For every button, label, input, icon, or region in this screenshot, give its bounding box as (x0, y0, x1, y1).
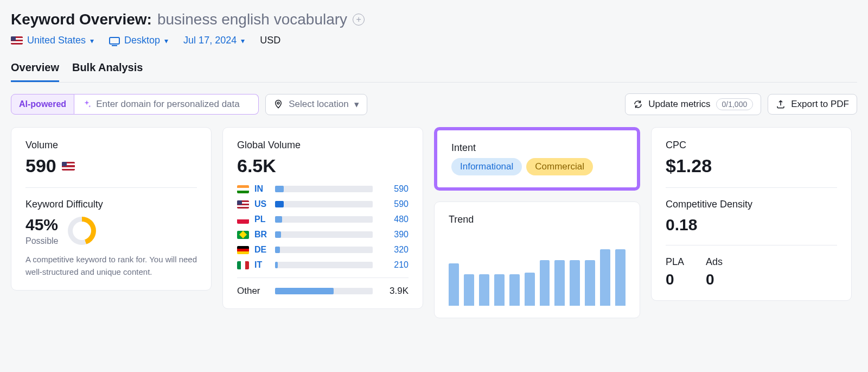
trend-bar (509, 274, 520, 306)
global-volume-row[interactable]: IN590 (237, 184, 409, 194)
domain-input-placeholder: Enter domain for personalized data (96, 99, 240, 110)
trend-bar (600, 249, 610, 306)
chevron-down-icon: ▾ (90, 36, 94, 45)
page-keyword: business english vocabulary (157, 11, 347, 28)
ads-value: 0 (706, 271, 723, 288)
export-pdf-label: Export to PDF (791, 99, 849, 110)
pla-label: PLA (666, 256, 684, 268)
update-metrics-button[interactable]: Update metrics 0/1,000 (625, 93, 761, 115)
cpc-value: $1.28 (666, 155, 837, 176)
chevron-down-icon: ▾ (241, 36, 245, 45)
tab-overview[interactable]: Overview (11, 61, 59, 82)
global-volume-country-code: DE (254, 245, 270, 255)
keyword-difficulty-donut-icon (68, 217, 96, 245)
intent-title: Intent (451, 142, 623, 154)
de-flag-icon (237, 246, 249, 254)
global-volume-value: 320 (378, 245, 409, 255)
trend-bar (449, 263, 459, 306)
chevron-down-icon: ▾ (164, 36, 168, 45)
global-volume-value: 210 (378, 260, 409, 270)
global-volume-country-code: IT (254, 260, 270, 270)
trend-title: Trend (449, 214, 626, 225)
it-flag-icon (237, 261, 249, 269)
add-keyword-button[interactable]: + (353, 14, 365, 26)
update-metrics-label: Update metrics (648, 99, 710, 110)
trend-bar (615, 249, 626, 306)
date-filter[interactable]: Jul 17, 2024 ▾ (183, 35, 245, 46)
trend-chart (449, 230, 626, 306)
global-volume-value: 590 (378, 199, 409, 209)
trend-bar (525, 273, 535, 306)
global-volume-title: Global Volume (237, 140, 409, 151)
device-filter-label: Desktop (124, 35, 160, 46)
keyword-difficulty-label: Possible (25, 236, 58, 246)
intent-tag-info[interactable]: Informational (451, 158, 522, 175)
global-volume-other-value: 3.9K (378, 286, 409, 297)
volume-title: Volume (25, 140, 197, 151)
ai-powered-badge: AI-powered (11, 94, 74, 115)
update-metrics-count: 0/1,000 (716, 98, 754, 110)
global-volume-bar (275, 216, 373, 223)
location-select[interactable]: Select location ▾ (265, 94, 367, 115)
global-volume-other-bar (275, 288, 373, 294)
trend-bar (570, 260, 580, 306)
pla-value: 0 (666, 271, 684, 288)
date-filter-label: Jul 17, 2024 (183, 35, 237, 46)
location-select-placeholder: Select location (289, 99, 349, 110)
currency-label: USD (260, 35, 280, 46)
trend-bar (494, 274, 505, 306)
page-title-prefix: Keyword Overview: (11, 11, 152, 28)
device-filter[interactable]: Desktop ▾ (109, 35, 168, 46)
refresh-icon (633, 99, 643, 109)
cpc-title: CPC (666, 140, 837, 151)
trend-bar (479, 274, 489, 306)
chevron-down-icon: ▾ (354, 99, 359, 110)
us-flag-icon (62, 162, 75, 171)
global-volume-row[interactable]: BR390 (237, 230, 409, 239)
global-volume-row[interactable]: IT210 (237, 260, 409, 270)
global-volume-bar (275, 247, 373, 253)
trend-bar (585, 260, 595, 306)
global-volume-bar (275, 231, 373, 238)
export-icon (776, 99, 786, 109)
trend-bar (464, 274, 474, 306)
br-flag-icon (237, 231, 249, 239)
sparkle-icon (82, 99, 92, 109)
in-flag-icon (237, 185, 249, 193)
svg-point-0 (277, 102, 279, 104)
global-volume-country-code: BR (254, 230, 270, 239)
global-volume-country-code: US (254, 199, 270, 209)
global-volume-value: 590 (378, 184, 409, 194)
global-volume-row[interactable]: DE320 (237, 245, 409, 255)
tabs: Overview Bulk Analysis (11, 61, 857, 83)
cpc-card: CPC $1.28 Competitive Density 0.18 PLA 0… (651, 127, 852, 301)
pl-flag-icon (237, 216, 249, 224)
global-volume-country-code: PL (254, 215, 270, 224)
keyword-difficulty-title: Keyword Difficulty (25, 199, 197, 210)
global-volume-value: 390 (378, 230, 409, 239)
volume-card: Volume 590 Keyword Difficulty 45% Possib… (11, 127, 212, 291)
intent-card: Intent InformationalCommercial (434, 127, 640, 191)
competitive-density-title: Competitive Density (666, 199, 837, 210)
global-volume-value: 480 (378, 215, 409, 224)
tab-bulk-analysis[interactable]: Bulk Analysis (72, 61, 143, 82)
location-pin-icon (273, 99, 283, 109)
keyword-difficulty-description: A competitive keyword to rank for. You w… (25, 254, 197, 278)
ai-powered-label: AI-powered (19, 99, 66, 109)
global-volume-card: Global Volume 6.5K IN590US590PL480BR390D… (222, 127, 423, 309)
global-volume-country-code: IN (254, 184, 270, 194)
desktop-icon (109, 37, 120, 45)
global-volume-row[interactable]: PL480 (237, 215, 409, 224)
export-pdf-button[interactable]: Export to PDF (768, 94, 857, 115)
domain-input[interactable]: Enter domain for personalized data (74, 94, 259, 115)
global-volume-row[interactable]: US590 (237, 199, 409, 209)
global-volume-bar (275, 186, 373, 192)
competitive-density-value: 0.18 (666, 216, 837, 234)
country-filter[interactable]: United States ▾ (11, 35, 94, 46)
trend-bar (554, 260, 565, 306)
trend-card: Trend (434, 201, 640, 318)
global-volume-total: 6.5K (237, 155, 409, 176)
intent-tag-comm[interactable]: Commercial (526, 158, 593, 175)
country-filter-label: United States (27, 35, 86, 46)
volume-value: 590 (25, 155, 56, 176)
